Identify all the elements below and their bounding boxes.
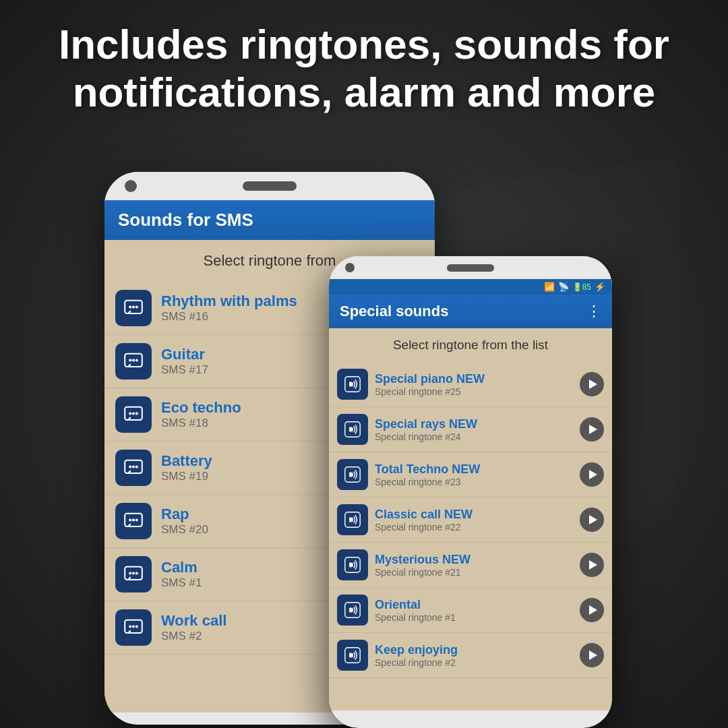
item-subtitle: Special ringtone #24 (375, 431, 573, 442)
svg-point-11 (135, 412, 138, 415)
item-name: Total Techno NEW (375, 462, 573, 477)
speaker-icon (337, 504, 368, 535)
svg-rect-41 (351, 653, 353, 657)
svg-point-14 (132, 465, 135, 468)
phone2-screen: 📶 📡 🔋85 ⚡ Special sounds ⋮ Select ringto… (329, 279, 612, 710)
svg-point-5 (129, 359, 131, 361)
speaker-icon (337, 595, 368, 626)
speaker-icon (337, 369, 368, 400)
phone1-app-title: Sounds for SMS (118, 210, 421, 231)
svg-rect-37 (351, 563, 353, 567)
phone1-camera-icon (125, 180, 137, 192)
phone2: 📶 📡 🔋85 ⚡ Special sounds ⋮ Select ringto… (329, 256, 612, 728)
sms-icon (115, 343, 152, 380)
sms-icon (115, 503, 152, 539)
list-item[interactable]: Mysterious NEW Special ringtone #21 (329, 543, 612, 588)
item-subtitle: Special ringtone #22 (375, 522, 573, 533)
phone2-speaker-icon (447, 264, 494, 272)
svg-point-6 (132, 359, 135, 361)
svg-point-3 (135, 305, 138, 308)
svg-point-17 (129, 518, 131, 521)
svg-point-10 (132, 412, 135, 415)
headline: Includes ringtones, sounds for notificat… (0, 20, 728, 117)
bolt-icon: ⚡ (595, 282, 605, 292)
item-name: Oriental (375, 598, 573, 612)
phone1-speaker-icon (243, 181, 297, 191)
phone2-app-title: Special sounds (340, 303, 448, 320)
svg-point-1 (129, 305, 131, 308)
svg-point-13 (129, 465, 131, 468)
speaker-icon (337, 549, 368, 580)
item-name: Special rays NEW (375, 417, 573, 431)
svg-point-19 (135, 518, 138, 521)
svg-point-23 (135, 572, 138, 574)
svg-point-27 (135, 625, 138, 628)
svg-rect-39 (351, 608, 353, 612)
phone2-list: Special piano NEW Special ringtone #25 S… (329, 362, 612, 678)
play-button[interactable] (580, 417, 604, 442)
phone2-camera-icon (345, 263, 355, 272)
svg-rect-29 (351, 382, 353, 386)
more-options-icon[interactable]: ⋮ (586, 303, 601, 320)
sms-icon (115, 609, 152, 646)
list-item[interactable]: Oriental Special ringtone #1 (329, 588, 612, 633)
item-subtitle: Special ringtone #23 (375, 477, 573, 487)
phone2-header: Special sounds ⋮ (329, 295, 612, 328)
sms-icon (115, 556, 152, 593)
phone1-header: Sounds for SMS (104, 200, 435, 240)
list-item[interactable]: Special piano NEW Special ringtone #25 (329, 362, 612, 407)
wifi-icon: 📡 (558, 282, 569, 292)
sms-icon (115, 290, 152, 326)
list-item[interactable]: Special rays NEW Special ringtone #24 (329, 407, 612, 452)
item-name: Special piano NEW (375, 372, 573, 386)
svg-point-25 (129, 625, 131, 628)
item-name: Classic call NEW (375, 508, 573, 522)
speaker-icon (337, 459, 368, 490)
speaker-icon (337, 414, 368, 445)
play-button[interactable] (580, 643, 604, 667)
svg-rect-31 (351, 427, 353, 431)
item-subtitle: Special ringtone #2 (375, 657, 573, 668)
item-subtitle: Special ringtone #21 (375, 567, 573, 578)
battery-icon: 🔋85 (572, 282, 591, 292)
svg-rect-35 (351, 518, 353, 522)
list-item[interactable]: Classic call NEW Special ringtone #22 (329, 497, 612, 543)
sms-icon (115, 450, 152, 486)
play-button[interactable] (580, 553, 604, 577)
svg-point-2 (132, 305, 135, 308)
svg-point-18 (132, 518, 135, 521)
speaker-icon (337, 640, 368, 671)
svg-point-15 (135, 465, 138, 468)
phone2-subtitle: Select ringtone from the list (329, 328, 612, 362)
play-button[interactable] (580, 372, 604, 396)
svg-point-26 (132, 625, 135, 628)
play-button[interactable] (580, 598, 604, 622)
svg-point-7 (135, 359, 138, 361)
svg-point-21 (129, 572, 131, 574)
phone1-notch (104, 172, 435, 200)
phone2-notch (329, 256, 612, 279)
list-item[interactable]: Total Techno NEW Special ringtone #23 (329, 452, 612, 497)
sms-icon (115, 396, 152, 433)
svg-point-9 (129, 412, 131, 415)
item-name: Keep enjoying (375, 643, 573, 657)
play-button[interactable] (580, 508, 604, 532)
item-subtitle: Special ringtone #25 (375, 386, 573, 397)
signal-icon: 📶 (544, 282, 555, 292)
phone2-status-bar: 📶 📡 🔋85 ⚡ (329, 279, 612, 295)
item-name: Mysterious NEW (375, 553, 573, 567)
svg-rect-33 (351, 473, 353, 477)
svg-point-22 (132, 572, 135, 574)
list-item[interactable]: Keep enjoying Special ringtone #2 (329, 633, 612, 678)
play-button[interactable] (580, 462, 604, 487)
item-subtitle: Special ringtone #1 (375, 612, 573, 623)
